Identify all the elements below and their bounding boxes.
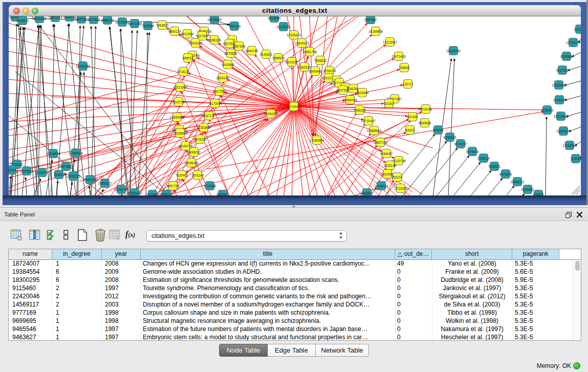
svg-text:748500: 748500 bbox=[399, 66, 410, 70]
svg-text:9242848: 9242848 bbox=[222, 63, 234, 67]
svg-text:10654112: 10654112 bbox=[510, 180, 525, 184]
svg-text:62160: 62160 bbox=[384, 102, 394, 105]
svg-text:17957253: 17957253 bbox=[83, 178, 98, 182]
svg-text:7632621: 7632621 bbox=[488, 165, 501, 168]
svg-text:989613: 989613 bbox=[182, 56, 193, 60]
svg-text:9084067: 9084067 bbox=[380, 152, 393, 156]
svg-text:9146821: 9146821 bbox=[260, 53, 273, 56]
svg-text:3215953: 3215953 bbox=[541, 108, 554, 112]
svg-text:11353594: 11353594 bbox=[197, 126, 211, 129]
svg-text:9329966: 9329966 bbox=[560, 55, 573, 58]
svg-text:12505135: 12505135 bbox=[66, 174, 81, 178]
svg-text:18724007: 18724007 bbox=[287, 105, 301, 108]
svg-text:8186328: 8186328 bbox=[208, 38, 221, 42]
svg-text:1362615: 1362615 bbox=[298, 65, 311, 69]
svg-text:19654985: 19654985 bbox=[170, 116, 185, 119]
svg-text:2935114: 2935114 bbox=[477, 157, 490, 160]
svg-text:1610755: 1610755 bbox=[172, 100, 185, 104]
svg-text:8990448: 8990448 bbox=[309, 70, 322, 73]
svg-text:924565: 924565 bbox=[533, 193, 544, 195]
svg-text:18807249: 18807249 bbox=[373, 141, 388, 144]
svg-text:10046738: 10046738 bbox=[178, 144, 193, 148]
svg-text:6794024: 6794024 bbox=[323, 69, 336, 73]
svg-text:14136141: 14136141 bbox=[374, 184, 389, 188]
svg-text:2718126: 2718126 bbox=[177, 70, 190, 74]
svg-text:8912954: 8912954 bbox=[181, 32, 194, 36]
svg-text:9215449: 9215449 bbox=[420, 107, 432, 111]
svg-text:17016504: 17016504 bbox=[562, 144, 577, 147]
svg-text:7625402: 7625402 bbox=[176, 173, 188, 177]
svg-text:10688609: 10688609 bbox=[367, 129, 382, 133]
svg-text:15720407: 15720407 bbox=[361, 119, 376, 123]
svg-text:19166822: 19166822 bbox=[173, 132, 188, 135]
svg-text:16671355: 16671355 bbox=[127, 22, 142, 26]
svg-text:16811074: 16811074 bbox=[48, 16, 62, 19]
svg-text:8427552: 8427552 bbox=[213, 90, 226, 93]
svg-text:8878334: 8878334 bbox=[194, 138, 207, 141]
svg-text:3824554: 3824554 bbox=[356, 91, 369, 95]
svg-text:3875685: 3875685 bbox=[225, 52, 237, 55]
svg-text:9457791: 9457791 bbox=[167, 184, 180, 188]
svg-text:12325419: 12325419 bbox=[287, 33, 301, 37]
svg-text:1244415: 1244415 bbox=[553, 98, 566, 102]
svg-text:114519: 114519 bbox=[54, 173, 64, 177]
svg-text:39114: 39114 bbox=[9, 168, 16, 172]
svg-text:2867608: 2867608 bbox=[233, 45, 246, 48]
svg-text:7663822: 7663822 bbox=[156, 24, 169, 27]
svg-text:8322037: 8322037 bbox=[286, 60, 298, 64]
svg-text:1527602: 1527602 bbox=[88, 18, 100, 21]
svg-text:2905571: 2905571 bbox=[16, 19, 29, 23]
svg-text:7515534: 7515534 bbox=[142, 24, 155, 28]
svg-text:29053346: 29053346 bbox=[76, 64, 91, 68]
svg-text:19218506: 19218506 bbox=[276, 25, 291, 29]
svg-text:1112340: 1112340 bbox=[574, 28, 581, 31]
svg-text:12323446: 12323446 bbox=[127, 191, 142, 195]
svg-text:16782759: 16782759 bbox=[114, 188, 129, 191]
svg-text:9327506: 9327506 bbox=[196, 34, 209, 38]
svg-text:11156829: 11156829 bbox=[19, 169, 34, 173]
svg-text:10653267: 10653267 bbox=[74, 17, 89, 21]
svg-text:7357224: 7357224 bbox=[228, 25, 241, 28]
svg-text:746266: 746266 bbox=[347, 87, 359, 91]
svg-text:8813054: 8813054 bbox=[268, 16, 281, 20]
svg-text:12942757: 12942757 bbox=[35, 171, 50, 174]
svg-text:8454749: 8454749 bbox=[246, 49, 258, 53]
svg-text:3716485: 3716485 bbox=[204, 184, 216, 188]
svg-text:2687682: 2687682 bbox=[364, 18, 377, 21]
svg-text:8938923: 8938923 bbox=[444, 136, 456, 139]
svg-text:6679197: 6679197 bbox=[454, 142, 467, 146]
svg-text:3267130: 3267130 bbox=[203, 114, 215, 118]
svg-text:9474444: 9474444 bbox=[466, 150, 479, 154]
svg-text:9860124: 9860124 bbox=[168, 30, 181, 33]
svg-text:1733426: 1733426 bbox=[395, 187, 407, 190]
svg-text:54923: 54923 bbox=[405, 128, 415, 132]
svg-text:116753: 116753 bbox=[571, 157, 581, 161]
svg-text:8471626: 8471626 bbox=[499, 172, 512, 176]
svg-text:15692971: 15692971 bbox=[556, 129, 571, 133]
svg-text:6966160: 6966160 bbox=[101, 18, 114, 22]
svg-text:20691406: 20691406 bbox=[32, 17, 47, 20]
svg-text:9115460: 9115460 bbox=[146, 193, 159, 195]
svg-text:16154808: 16154808 bbox=[368, 30, 383, 33]
svg-text:9463627: 9463627 bbox=[361, 191, 374, 195]
svg-text:7386322: 7386322 bbox=[354, 108, 366, 112]
svg-text:9465546: 9465546 bbox=[216, 193, 229, 195]
svg-text:417004: 417004 bbox=[209, 102, 221, 105]
svg-text:957944: 957944 bbox=[407, 115, 418, 119]
svg-text:12213369: 12213369 bbox=[173, 85, 188, 89]
svg-text:20364436: 20364436 bbox=[343, 98, 358, 102]
svg-text:10958117: 10958117 bbox=[98, 182, 112, 185]
svg-text:1615132: 1615132 bbox=[384, 164, 397, 167]
svg-text:2803144: 2803144 bbox=[216, 76, 229, 80]
svg-text:10973493: 10973493 bbox=[391, 55, 406, 58]
svg-text:9227342: 9227342 bbox=[556, 69, 569, 72]
svg-text:16543382: 16543382 bbox=[188, 41, 203, 45]
svg-text:14569117: 14569117 bbox=[159, 193, 173, 195]
svg-text:3498222: 3498222 bbox=[188, 150, 201, 154]
svg-text:10961758: 10961758 bbox=[302, 50, 317, 54]
svg-text:14099489: 14099489 bbox=[184, 161, 199, 165]
svg-text:9245652: 9245652 bbox=[521, 188, 534, 191]
svg-text:252214: 252214 bbox=[391, 176, 403, 179]
svg-text:18300295: 18300295 bbox=[264, 112, 278, 116]
svg-text:129717: 129717 bbox=[402, 82, 413, 86]
